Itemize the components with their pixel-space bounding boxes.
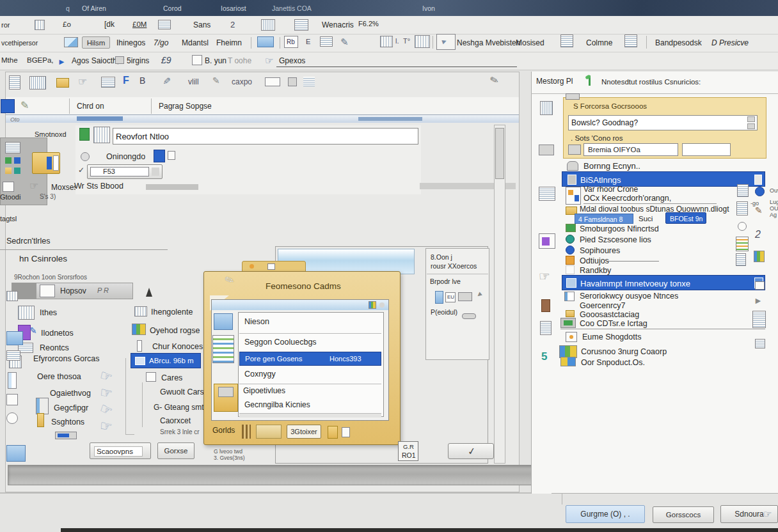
toolbar1-item[interactable]: [dk [104,20,115,29]
spinner-down[interactable] [747,123,755,129]
chart-icon[interactable] [436,34,456,50]
mid-item[interactable]: Chur Konoces [152,342,203,351]
rp-row[interactable]: Sopihoures [580,246,620,255]
edge-icon-5[interactable] [6,394,18,405]
rows-icon[interactable] [560,35,573,47]
edge-icon-6[interactable] [6,412,18,424]
dialog-row[interactable]: Gipoetivlues [243,386,285,395]
rp-blue-button[interactable]: BFOEst 9n [665,212,706,224]
strip-tray-icon[interactable] [539,145,554,155]
gorxse-button[interactable]: Gorxse [157,442,194,459]
rp-row[interactable]: Randkby [580,266,611,275]
rp-row[interactable]: Coo CDTsr.e Icrtag [580,319,647,328]
mid-item[interactable]: Gwuolt Carsl [160,387,206,396]
mini-green-icon[interactable] [5,157,12,164]
rp-row[interactable]: Bornng Ecnyn.. [584,161,640,171]
dialog-row[interactable]: Nieson [244,317,269,326]
mid-item[interactable]: Caorxcet [160,416,191,425]
rc-icon-7[interactable] [736,253,746,266]
rc-icon-9[interactable] [754,296,763,305]
menu-item[interactable]: q [66,4,70,12]
menu-item[interactable]: Iosariost [221,4,246,12]
rc-icon-2[interactable] [755,187,765,196]
strip-5-glyph[interactable]: 5 [541,350,547,363]
strip-hand-icon[interactable] [539,270,550,283]
rc-icon-6[interactable] [754,251,765,262]
rp-row[interactable]: Mdal dioval toobus sDtunas Quowvnn.dliog… [580,205,729,214]
panel-icon[interactable] [101,77,115,88]
toolbar2-item[interactable]: Neshga Mvebisten [457,38,520,47]
vlill-item[interactable]: vlill [188,77,199,86]
gorsscocs-button[interactable]: Gorsscocs [653,506,714,523]
signs-icon[interactable] [115,56,124,64]
strip-page-icon[interactable] [540,321,552,335]
toolbar2-item[interactable]: E [306,38,310,45]
columns-icon[interactable] [29,76,46,90]
rp-row[interactable]: OCx Keecrcdorh'orangn, [584,194,671,203]
folder-icon[interactable] [56,78,69,88]
pencil-icon[interactable] [212,76,220,85]
rc-icon-10[interactable] [752,311,766,328]
mini-yellow-icon[interactable] [5,168,12,174]
toolbar3-item[interactable]: B. yun [205,56,226,65]
rp-row[interactable]: Gooosastctaciag [580,310,639,319]
gurgme-button[interactable]: Gurgme (O) , . [566,505,645,523]
toolbar2-item[interactable]: Bandpesodsk [655,38,702,47]
toolbar2-item[interactable]: Mosised [516,38,544,47]
dialog-row[interactable]: Seggon Cooluecbgs [244,338,317,347]
dialog-row[interactable]: Gecnngilba Kicnies [244,400,310,409]
tree-item[interactable]: Ilodnetos [41,329,74,338]
menu-item[interactable]: Corod [163,4,182,12]
rb-icon[interactable]: Rb [284,36,298,48]
person-icon[interactable] [265,56,273,65]
toolbar2-item[interactable]: D Presicve [711,38,749,47]
disk-icon[interactable] [288,77,297,86]
check-button[interactable] [448,443,494,459]
group-check-label-box[interactable]: Bremia OIFYOa [584,143,678,156]
rc-icon-11[interactable] [755,339,765,348]
tree-item[interactable]: Ithes [40,308,57,317]
mid-item[interactable]: G- Gteang smt [154,403,204,412]
menu-item[interactable]: Janettis COA [272,4,312,12]
table-icon[interactable] [261,19,275,31]
box-icon[interactable] [192,55,202,65]
gtoixer-button[interactable]: 3Gtoixer [287,425,321,439]
rc-pen-icon[interactable] [755,206,763,215]
page-icon[interactable] [9,75,20,90]
blue-check-icon[interactable] [154,150,165,162]
titlebar-mini-icon[interactable] [369,301,376,309]
rp-row[interactable]: Eume Shogdotts [582,332,641,341]
mid-selected-row[interactable]: ABrcu. 96b m [131,353,201,368]
toolbar2-item[interactable]: Ihinegos [116,38,145,47]
pen-icon[interactable] [340,37,349,47]
mini-teal-icon[interactable] [14,168,20,174]
blue-arrows-icon[interactable] [58,58,66,66]
b-sub-icon[interactable]: B [139,75,145,86]
toolbar3-item[interactable]: £9 [161,55,171,65]
edge-icon-2[interactable] [6,331,23,345]
sdnoura-button[interactable]: Sdnoura [720,505,778,523]
rp-row[interactable]: Corusnoo 3nurg Coaorp [581,347,667,356]
rp-row[interactable]: Oor Snpoduct.Os. [581,358,645,367]
toolbar1-item[interactable]: Wenacris [322,20,354,29]
strip-bin-icon[interactable] [541,299,550,312]
tree-item[interactable]: Ssghtons [51,418,84,426]
footer-bars-icon[interactable] [242,425,251,439]
list-icon[interactable] [624,35,637,47]
dlg-sheet-icon[interactable] [212,335,234,363]
edge-icon-4[interactable] [8,372,17,389]
toolbar2-item[interactable]: Mdantsl [182,38,209,47]
caxpo-item[interactable]: caxpo [232,77,252,86]
grey-pen-icon[interactable] [20,100,29,111]
dialog-selected-row[interactable]: Pore gen Gosens Honcs393 [239,352,381,366]
image-icon[interactable] [64,37,78,47]
mini-blue-icon[interactable] [14,157,20,164]
rp-row[interactable]: Pied Szscesone lios [580,235,651,244]
group-input[interactable] [568,115,758,130]
grid-icon[interactable] [380,36,393,47]
toolbar3-item[interactable]: Mthe [1,56,18,64]
menu-item[interactable]: Of Airen [82,4,106,12]
group-checkbox[interactable] [568,145,581,155]
small-white-box[interactable] [168,151,175,160]
tree-item[interactable]: Efyrorcons Gorcas [33,354,100,363]
